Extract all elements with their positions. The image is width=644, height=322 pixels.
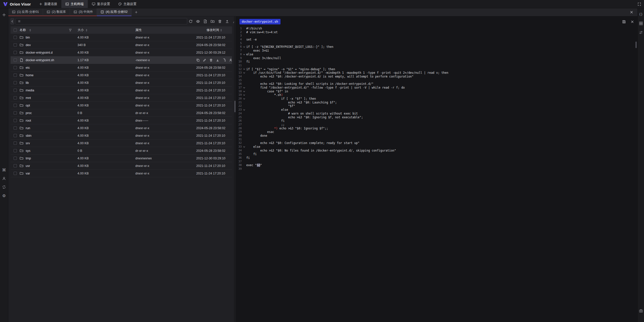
fold-toggle-icon[interactable] xyxy=(242,145,246,149)
file-row-bin[interactable]: bin4.00 KBdrwxr-xr-x2021-11-24 17:20:10 xyxy=(11,34,232,41)
row-checkbox[interactable] xyxy=(14,96,17,99)
file-row-dev[interactable]: dev340 Bdrwxr-xr-x2024-05-28 23:58:02 xyxy=(11,41,232,49)
file-name[interactable]: dev xyxy=(26,43,31,47)
column-size[interactable]: 大小 xyxy=(77,28,84,32)
file-name[interactable]: opt xyxy=(26,104,30,107)
permission-action-icon[interactable] xyxy=(229,58,232,62)
file-name[interactable]: sbin xyxy=(26,134,31,137)
sort-mtime-icon[interactable] xyxy=(220,29,222,31)
snippets-icon[interactable]: {} xyxy=(638,12,644,17)
save-icon[interactable] xyxy=(622,19,626,24)
delete-icon[interactable] xyxy=(218,19,222,23)
editor-close-icon[interactable] xyxy=(630,19,634,24)
row-checkbox[interactable] xyxy=(14,51,17,54)
file-row-root[interactable]: root4.00 KBdrwx------2021-11-24 17:20:10 xyxy=(11,117,232,124)
file-name[interactable]: docker-entrypoint.sh xyxy=(26,58,54,62)
splitter-thumb[interactable] xyxy=(234,101,235,112)
fold-toggle-icon[interactable] xyxy=(242,45,246,49)
new-folder-icon[interactable] xyxy=(211,19,215,23)
fold-toggle-icon[interactable] xyxy=(242,90,246,93)
path-input[interactable] xyxy=(16,18,187,24)
row-checkbox[interactable] xyxy=(14,119,17,122)
file-name[interactable]: srv xyxy=(26,141,30,145)
delete-action-icon[interactable] xyxy=(209,58,213,62)
fold-toggle-icon[interactable] xyxy=(242,67,246,71)
row-checkbox[interactable] xyxy=(14,164,17,167)
file-row-etc[interactable]: etc4.00 KBdrwxr-xr-x2024-05-28 23:58:02 xyxy=(11,64,232,71)
add-tab-button[interactable] xyxy=(132,8,141,16)
move-action-icon[interactable] xyxy=(222,58,226,62)
column-name[interactable]: 名称 xyxy=(20,28,26,32)
user-icon[interactable] xyxy=(1,176,7,181)
row-checkbox[interactable] xyxy=(14,89,17,92)
tab-app-analysis-01[interactable]: (1) 应用-分析01 xyxy=(8,8,43,16)
menu-host-terminal[interactable]: 主机终端 xyxy=(61,0,88,8)
fold-toggle-icon[interactable] xyxy=(242,108,246,112)
new-file-icon[interactable] xyxy=(203,19,207,23)
row-checkbox[interactable] xyxy=(14,149,17,152)
row-checkbox[interactable] xyxy=(14,141,17,145)
file-name[interactable]: run xyxy=(26,126,30,130)
row-checkbox[interactable] xyxy=(14,126,17,130)
row-checkbox[interactable] xyxy=(14,104,17,107)
file-row-mnt[interactable]: mnt4.00 KBdrwxr-xr-x2021-11-24 17:20:10 xyxy=(11,94,232,102)
file-row-usr[interactable]: usr4.00 KBdrwxr-xr-x2021-11-24 17:20:10 xyxy=(11,162,232,170)
sync-icon[interactable] xyxy=(1,184,7,190)
file-name[interactable]: sys xyxy=(26,149,30,153)
fold-toggle-icon[interactable] xyxy=(242,86,246,90)
fullscreen-button[interactable] xyxy=(637,2,641,6)
file-name[interactable]: lib xyxy=(26,81,29,85)
menu-new-connection[interactable]: 新建连接 xyxy=(35,0,61,8)
screenshot-icon[interactable] xyxy=(638,308,644,314)
file-row-sys[interactable]: sys0 Bdr-xr-xr-x2024-05-28 23:58:02 xyxy=(11,147,232,155)
file-row-lib[interactable]: lib4.00 KBdrwxr-xr-x2021-11-24 17:20:10 xyxy=(11,79,232,87)
grid-icon[interactable] xyxy=(638,21,644,26)
close-icon[interactable] xyxy=(629,10,634,15)
file-row-docker-entrypoint.sh[interactable]: docker-entrypoint.sh1.17 KB-rwxrwxr-x xyxy=(11,56,232,64)
row-checkbox[interactable] xyxy=(14,134,17,137)
file-row-opt[interactable]: opt4.00 KBdrwxr-xr-x2021-11-24 17:20:10 xyxy=(11,102,232,109)
fold-toggle-icon[interactable] xyxy=(242,93,246,97)
file-name[interactable]: root xyxy=(26,119,31,122)
sort-size-icon[interactable] xyxy=(86,29,87,31)
file-name[interactable]: media xyxy=(26,89,34,92)
menu-display-settings[interactable]: 显示设置 xyxy=(88,0,114,8)
fold-toggle-icon[interactable] xyxy=(242,97,246,101)
file-name[interactable]: home xyxy=(26,74,33,77)
tab-database[interactable]: (2) 数据库 xyxy=(43,8,70,16)
refresh-icon[interactable] xyxy=(189,19,193,23)
file-row-proc[interactable]: proc0 Bdr-xr-xr-x2024-05-28 23:58:02 xyxy=(11,109,232,117)
row-checkbox[interactable] xyxy=(14,36,17,39)
preview-icon[interactable] xyxy=(196,19,200,23)
file-row-srv[interactable]: srv4.00 KBdrwxr-xr-x2021-11-24 17:20:10 xyxy=(11,139,232,147)
tab-middleware[interactable]: (3) 中间件 xyxy=(70,8,97,16)
file-row-home[interactable]: home4.00 KBdrwxr-xr-x2021-11-24 17:20:10 xyxy=(11,71,232,79)
file-name[interactable]: tmp xyxy=(26,157,31,160)
upload-icon[interactable] xyxy=(225,19,229,23)
fold-toggle-icon[interactable] xyxy=(242,71,246,75)
file-row-tmp[interactable]: tmp4.00 KBdrwxrwxrwx2021-12-30 03:29:10 xyxy=(11,155,232,162)
row-checkbox[interactable] xyxy=(14,74,17,77)
row-checkbox[interactable] xyxy=(14,111,17,115)
row-checkbox[interactable] xyxy=(14,157,17,160)
row-checkbox[interactable] xyxy=(14,58,17,62)
file-row-run[interactable]: run4.00 KBdrwxr-xr-x2024-05-28 23:58:02 xyxy=(11,124,232,132)
file-name[interactable]: proc xyxy=(26,111,32,115)
file-row-sbin[interactable]: sbin4.00 KBdrwxr-xr-x2021-11-24 17:20:10 xyxy=(11,132,232,139)
menu-theme-settings[interactable]: 主题设置 xyxy=(114,0,141,8)
row-checkbox[interactable] xyxy=(14,66,17,69)
sort-icon[interactable] xyxy=(638,30,644,35)
editor-scrollbar[interactable] xyxy=(635,42,637,48)
tab-app-analysis-02[interactable]: (4) 应用-分析02 xyxy=(97,8,132,16)
file-name[interactable]: var xyxy=(26,172,30,175)
file-name[interactable]: docker-entrypoint.d xyxy=(26,51,53,54)
command-snippet-button[interactable]: ⌘ xyxy=(1,167,7,173)
edit-action-icon[interactable] xyxy=(203,58,206,62)
row-checkbox[interactable] xyxy=(14,81,17,84)
add-connection-button[interactable] xyxy=(1,12,7,18)
copy-action-icon[interactable] xyxy=(196,58,200,62)
settings-button[interactable]: ⚙ xyxy=(1,193,7,198)
file-name[interactable]: etc xyxy=(26,66,30,69)
panel-splitter[interactable] xyxy=(234,16,236,322)
code-editor[interactable]: 1#!/bin/sh2# vim:sw=4:ts=4:et34set -e56i… xyxy=(236,25,637,322)
